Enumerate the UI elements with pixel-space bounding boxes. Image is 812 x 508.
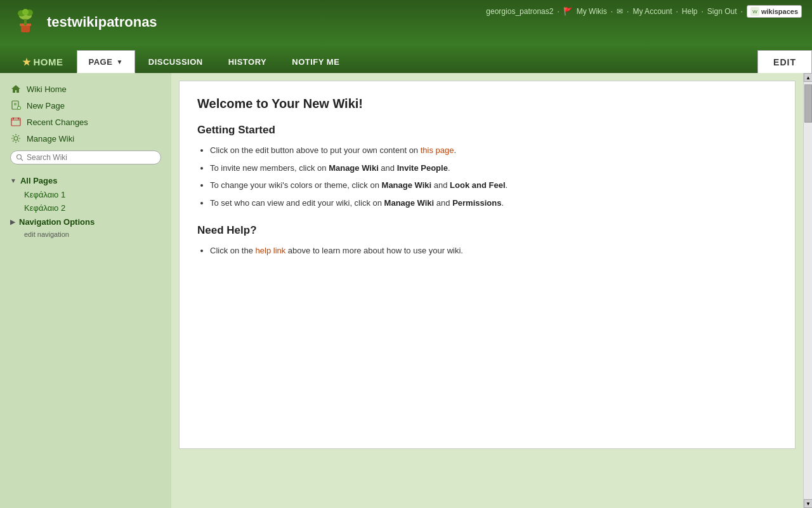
list-item: To set who can view and edit your wiki, … (210, 197, 777, 210)
chapter2-label: Κεφάλαιο 2 (24, 203, 65, 213)
home-icon (10, 83, 22, 95)
wikispaces-label: wikispaces (761, 8, 798, 15)
notify-tab-label: NOTIFY ME (292, 57, 339, 67)
need-help-heading: Need Help? (197, 224, 777, 237)
edit-button-label: EDIT (773, 57, 796, 67)
sidebar-item-chapter2[interactable]: Κεφάλαιο 2 (5, 201, 166, 215)
recent-changes-icon (10, 116, 22, 128)
need-help-list: Click on the help link above to learn mo… (210, 244, 777, 257)
site-title: testwikipatronas (47, 14, 157, 30)
username-label: georgios_patronas2 (486, 7, 553, 16)
my-wikis-link[interactable]: My Wikis (577, 7, 607, 16)
nav-options-arrow-icon: ▶ (10, 218, 15, 225)
help-link-inline[interactable]: help link (256, 246, 286, 255)
navbar-right: EDIT (757, 50, 812, 73)
this-page-link[interactable]: this page (421, 145, 454, 155)
separator1: · (557, 7, 559, 16)
svg-point-19 (14, 137, 18, 140)
all-pages-label: All Pages (20, 176, 58, 185)
new-page-label: New Page (27, 101, 65, 110)
navigation-options-label: Navigation Options (19, 217, 95, 227)
separator5: · (702, 7, 704, 16)
flag-icon: 🚩 (563, 7, 573, 16)
recent-changes-label: Recent Changes (27, 117, 88, 127)
my-account-link[interactable]: My Account (632, 7, 672, 16)
home-tab-label: home (34, 57, 63, 67)
history-tab-label: HISTORY (228, 57, 267, 67)
sidebar-item-new-page[interactable]: New Page (5, 97, 166, 114)
look-feel-bold: Look and Feel (450, 180, 505, 190)
scroll-thumb[interactable] (804, 84, 812, 123)
manage-wiki-label: Manage Wiki (27, 134, 74, 144)
list-item: To invite new members, click on Manage W… (210, 162, 777, 175)
scroll-up-button[interactable]: ▲ (804, 73, 812, 82)
main-content: Welcome to Your New Wiki! Getting Starte… (171, 73, 803, 508)
search-icon (16, 154, 23, 161)
edit-navigation-link[interactable]: edit navigation (5, 229, 166, 239)
welcome-heading: Welcome to Your New Wiki! (197, 97, 777, 111)
edit-navigation-label: edit navigation (24, 231, 69, 238)
manage-wiki-bold2: Manage Wiki (382, 180, 432, 190)
list-item: To change your wiki's colors or theme, c… (210, 179, 777, 192)
content-box: Welcome to Your New Wiki! Getting Starte… (179, 81, 796, 449)
wikispaces-badge: W wikispaces (747, 5, 802, 18)
page-tab-label: PAGE (89, 57, 113, 67)
header-user-bar: georgios_patronas2 · 🚩 My Wikis · ✉ · My… (486, 5, 802, 18)
manage-wiki-icon (10, 133, 22, 144)
manage-wiki-bold3: Manage Wiki (384, 198, 435, 208)
svg-line-21 (21, 159, 23, 161)
help-link[interactable]: Help (682, 7, 698, 16)
separator3: · (627, 7, 629, 16)
separator6: · (741, 7, 743, 16)
sign-out-link[interactable]: Sign Out (707, 7, 737, 16)
tab-notify[interactable]: NOTIFY ME (280, 50, 351, 73)
svg-rect-17 (13, 117, 14, 119)
search-box[interactable] (10, 150, 161, 164)
wiki-home-label: Wiki Home (27, 84, 67, 94)
sidebar: Wiki Home New Page Recent Changes Manage… (0, 73, 171, 508)
svg-rect-18 (18, 117, 19, 119)
scroll-track[interactable] (804, 82, 812, 499)
getting-started-section: Getting Started Click on the edit button… (197, 124, 777, 209)
scroll-down-button[interactable]: ▼ (804, 499, 812, 508)
getting-started-list: Click on the edit button above to put yo… (210, 144, 777, 209)
sidebar-item-recent-changes[interactable]: Recent Changes (5, 114, 166, 130)
page-dropdown-icon: ▼ (116, 58, 122, 65)
svg-point-3 (22, 9, 29, 15)
tab-history[interactable]: HISTORY (216, 50, 279, 73)
list-item: Click on the edit button above to put yo… (210, 144, 777, 157)
getting-started-heading: Getting Started (197, 124, 777, 137)
svg-point-20 (17, 155, 22, 159)
logo-icon (10, 7, 41, 37)
manage-wiki-bold1: Manage Wiki (329, 163, 379, 173)
sidebar-item-wiki-home[interactable]: Wiki Home (5, 81, 166, 97)
tab-page[interactable]: PAGE ▼ (77, 50, 135, 73)
sidebar-item-manage-wiki[interactable]: Manage Wiki (5, 130, 166, 147)
all-pages-section[interactable]: ▼ All Pages (5, 173, 166, 188)
navigation-options-section[interactable]: ▶ Navigation Options (5, 215, 166, 229)
need-help-section: Need Help? Click on the help link above … (197, 224, 777, 257)
permissions-bold: Permissions (452, 198, 501, 208)
mail-icon[interactable]: ✉ (617, 7, 623, 16)
separator2: · (611, 7, 613, 16)
navbar: ★ home PAGE ▼ DISCUSSION HISTORY NOTIFY … (0, 44, 812, 73)
chapter1-label: Κεφάλαιο 1 (24, 190, 65, 199)
sidebar-item-chapter1[interactable]: Κεφάλαιο 1 (5, 188, 166, 201)
tab-discussion[interactable]: DISCUSSION (136, 50, 215, 73)
scrollbar[interactable]: ▲ ▼ (803, 73, 812, 508)
logo-area: testwikipatronas (10, 7, 157, 37)
header: testwikipatronas georgios_patronas2 · 🚩 … (0, 0, 812, 44)
edit-button[interactable]: EDIT (757, 50, 812, 73)
invite-people-bold: Invite People (397, 163, 448, 173)
svg-text:W: W (752, 9, 757, 15)
separator4: · (676, 7, 678, 16)
wikispaces-logo-icon: W (750, 7, 759, 16)
discussion-tab-label: DISCUSSION (148, 57, 203, 67)
layout: Wiki Home New Page Recent Changes Manage… (0, 73, 812, 508)
svg-rect-6 (24, 19, 27, 25)
list-item: Click on the help link above to learn mo… (210, 244, 777, 257)
new-page-icon (10, 100, 22, 111)
tab-home[interactable]: ★ home (10, 50, 75, 73)
all-pages-arrow-icon: ▼ (10, 177, 16, 184)
search-input[interactable] (27, 153, 128, 162)
